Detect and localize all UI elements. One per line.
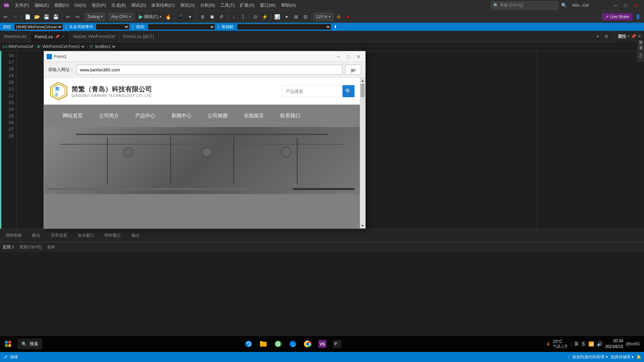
step-into-btn[interactable]: ⤵ <box>239 12 248 21</box>
form1-scrollbar-down[interactable]: ▼ <box>360 223 365 228</box>
pause-btn[interactable]: ⏸ <box>198 12 207 21</box>
taskbar-icon-edge[interactable] <box>242 337 255 351</box>
stop-btn[interactable]: ⏹ <box>208 12 216 21</box>
layout-btn[interactable]: ⊞ <box>292 12 301 21</box>
taskbar-search-bar[interactable]: 🔍 搜索 <box>17 339 42 349</box>
zoom-icon-btn[interactable]: ⊕ <box>334 12 343 21</box>
nav-message[interactable]: 在线留言 <box>236 109 272 123</box>
site-search-input[interactable] <box>282 85 342 97</box>
lifecycle-dropdown[interactable] <box>96 24 129 30</box>
bottom-tab-command[interactable]: 命令窗口 <box>75 231 97 240</box>
menu-file[interactable]: 文件(F) <box>12 1 32 10</box>
search-toolbar[interactable]: 🔍 搜索 (Ctrl+Q) <box>491 1 558 9</box>
menu-edit[interactable]: 编辑(E) <box>32 1 52 10</box>
nav-gallery[interactable]: 公司相册 <box>200 109 236 123</box>
right-side-tab-git[interactable]: Git 更改 <box>638 50 644 61</box>
nav-about[interactable]: 公司简介 <box>91 109 127 123</box>
thread-dropdown[interactable] <box>148 24 215 30</box>
menu-test[interactable]: 测试(S) <box>177 1 197 10</box>
form1-close-btn[interactable]: ✕ <box>355 53 363 61</box>
redo2-btn[interactable]: ↪ <box>73 12 82 21</box>
new-file-btn[interactable]: 📄 <box>23 12 32 21</box>
menu-analyze[interactable]: 分析(N) <box>198 1 218 10</box>
breadcrumb-member-select[interactable]: textBox1 <box>94 44 116 49</box>
form1-maximize-btn[interactable]: □ <box>344 53 353 61</box>
tab-form1-design[interactable]: Form1.cs [设计] <box>119 31 158 42</box>
menu-extensions[interactable]: 扩展(X) <box>237 1 257 10</box>
status-notify-icon[interactable]: 🔔 <box>636 355 641 359</box>
bottom-tab-breakpoints[interactable]: 断点 <box>30 231 43 240</box>
breakpoint-btn[interactable]: ⊙ <box>251 12 260 21</box>
menu-debug[interactable]: 调试(D) <box>128 1 149 10</box>
menu-project[interactable]: 项目(P) <box>89 1 109 10</box>
tab-form1-cs[interactable]: Form1.cs 📌 ✕ <box>31 31 69 42</box>
device-btn[interactable]: 📱 <box>176 12 185 21</box>
nav-products[interactable]: 产品中心 <box>127 109 163 123</box>
save-btn[interactable]: 💾 <box>51 12 60 21</box>
right-panel-arrow-btn[interactable]: ▾ <box>628 34 630 39</box>
perf-dropdown-btn[interactable]: ▾ <box>282 12 291 21</box>
tab-readme[interactable]: Readme.txt <box>0 31 31 42</box>
cpu-dropdown[interactable]: Any CPU ▾ <box>109 13 133 21</box>
form1-minimize-btn[interactable]: ─ <box>334 53 342 61</box>
hot-reload-btn[interactable]: 🔥 <box>164 12 173 21</box>
undo-btn[interactable]: ↩ <box>1 12 10 21</box>
breadcrumb-class-dropdown[interactable]: ⊞ WinFormsCef.Form1 <box>37 44 86 49</box>
step-over-btn[interactable]: ↓ <box>229 12 238 21</box>
open-btn[interactable]: 📂 <box>33 12 41 21</box>
device-dropdown-btn[interactable]: ▾ <box>186 12 195 21</box>
perf-profiler-btn[interactable]: 📊 <box>273 12 282 21</box>
menu-tools[interactable]: 工具(T) <box>218 1 237 10</box>
taskbar-lang[interactable]: 英 <box>574 341 579 347</box>
taskbar-icon-chrome[interactable] <box>301 337 314 351</box>
warn-btn[interactable]: ● <box>344 12 353 21</box>
layout2-btn[interactable]: ⊟ <box>301 12 310 21</box>
user-icon-btn[interactable]: 👤 <box>633 12 643 21</box>
breadcrumb-class-select[interactable]: WinFormsCef.Form1 <box>41 44 86 49</box>
tab-form1-pin[interactable]: 📌 <box>55 35 60 39</box>
tab-dropdown-btn[interactable]: ▾ <box>594 33 602 41</box>
menu-build[interactable]: 生成(B) <box>109 1 128 10</box>
form1-go-btn[interactable]: go <box>345 65 361 75</box>
bottom-tab-immediate[interactable]: 即时窗口 <box>102 231 123 240</box>
bottom-tab-callstack[interactable]: 调用堆栈 <box>3 231 24 240</box>
right-side-tab-properties[interactable]: 属性 <box>638 44 644 50</box>
taskbar-icon-edge2[interactable] <box>286 337 300 351</box>
breadcrumb-project[interactable]: C# WinFormsCef <box>3 44 33 49</box>
exception-btn[interactable]: ⚡ <box>261 12 269 21</box>
process-dropdown[interactable]: [4640] WinFormsCef.exe <box>14 24 63 30</box>
live-share-btn[interactable]: ↗ Live Share <box>602 13 633 20</box>
menu-git[interactable]: Git(G) <box>71 1 89 9</box>
taskbar-icon-app2[interactable] <box>330 337 344 351</box>
bottom-tab-output[interactable]: 输出 <box>129 231 142 240</box>
menu-help[interactable]: 帮助(H) <box>278 1 299 10</box>
taskbar-icon-file-explorer[interactable] <box>257 337 270 351</box>
save-all-btn[interactable]: 💾 <box>42 12 51 21</box>
zoom-dropdown[interactable]: 119 % ▾ <box>314 13 334 21</box>
menu-architecture[interactable]: 体系结构(C) <box>149 1 177 10</box>
form1-scrollbar-thumb[interactable] <box>361 84 365 97</box>
minimize-window-btn[interactable]: ─ <box>611 1 620 10</box>
taskbar-start[interactable] <box>0 336 16 352</box>
breadcrumb-member-dropdown[interactable]: ⊡ textBox1 <box>90 44 116 49</box>
redo-btn[interactable]: ↪ <box>11 12 19 21</box>
right-panel-pin-btn[interactable]: 📌 <box>631 34 636 39</box>
status-select-store[interactable]: 选择存储库 ▾ <box>610 354 634 360</box>
menu-window[interactable]: 窗口(W) <box>257 1 278 10</box>
nav-home[interactable]: 网站首页 <box>55 109 91 123</box>
tab-form1-close[interactable]: ✕ <box>62 34 65 39</box>
status-source-control[interactable]: 添加到源代码管理 ▾ <box>572 354 607 360</box>
maximize-window-btn[interactable]: □ <box>621 1 630 10</box>
debug-mode-dropdown[interactable]: Debug ▾ <box>86 13 105 21</box>
site-search-btn[interactable]: 🔍 <box>342 85 355 97</box>
taskbar-volume-icon[interactable]: 🔊 <box>597 341 602 347</box>
close-window-btn[interactable]: ✕ <box>631 1 640 10</box>
nav-contact[interactable]: 联系我们 <box>272 109 308 123</box>
continue-btn[interactable]: ▶ 继续(C) ▾ <box>137 13 163 20</box>
tab-nuget[interactable]: NuGet: WinFormsCef <box>69 31 119 42</box>
nav-news[interactable]: 新闻中心 <box>163 109 200 123</box>
search-btn[interactable]: 🔍 <box>559 1 568 10</box>
menu-view[interactable]: 视图(V) <box>52 1 71 10</box>
callstack-dropdown[interactable] <box>237 24 331 30</box>
tab-gear-btn[interactable]: ⚙ <box>602 33 610 41</box>
